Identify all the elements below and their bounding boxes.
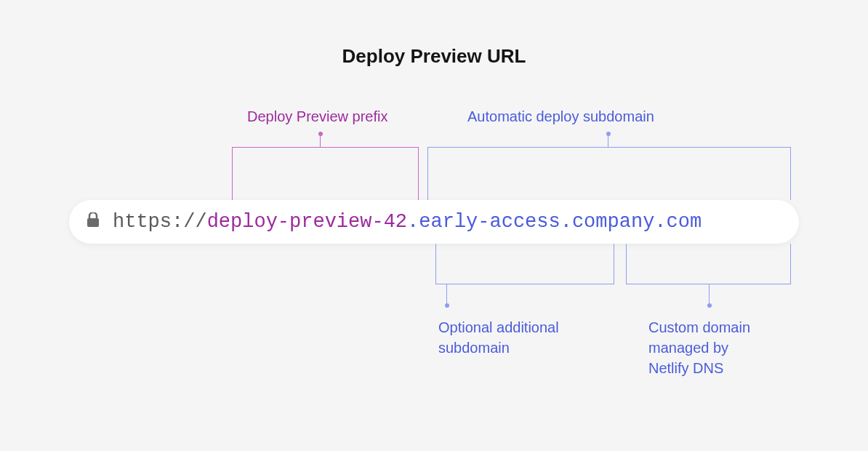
label-custom-domain: Custom domain managed by Netlify DNS <box>648 317 750 378</box>
label-line: subdomain <box>438 340 510 356</box>
label-automatic-deploy-subdomain: Automatic deploy subdomain <box>467 108 654 125</box>
url-dot: . <box>407 211 419 233</box>
bracket-auto-subdomain <box>427 147 791 200</box>
url-subdomain: early-access <box>419 211 560 233</box>
label-line: Custom domain <box>648 319 750 335</box>
label-line: Optional additional <box>438 319 559 335</box>
label-optional-subdomain: Optional additional subdomain <box>438 317 559 358</box>
diagram-title: Deploy Preview URL <box>342 45 526 68</box>
label-line: Netlify DNS <box>648 360 723 376</box>
label-line: managed by <box>648 340 728 356</box>
url-bar: https://deploy-preview-42.early-access.c… <box>69 200 799 244</box>
url-dot: . <box>560 211 572 233</box>
lock-icon <box>87 211 113 233</box>
bracket-custom-domain <box>626 244 791 284</box>
bracket-prefix <box>232 147 419 200</box>
bracket-optional-subdomain <box>435 244 614 284</box>
connector-dot <box>445 303 449 308</box>
url-domain: company.com <box>572 211 702 233</box>
connector-dot <box>707 303 712 308</box>
label-deploy-preview-prefix: Deploy Preview prefix <box>247 108 387 125</box>
connector-line <box>608 132 608 147</box>
svg-rect-0 <box>87 218 99 227</box>
url-deploy-prefix: deploy-preview-42 <box>207 211 407 233</box>
url-protocol: https:// <box>113 211 207 233</box>
connector-line <box>320 132 321 147</box>
